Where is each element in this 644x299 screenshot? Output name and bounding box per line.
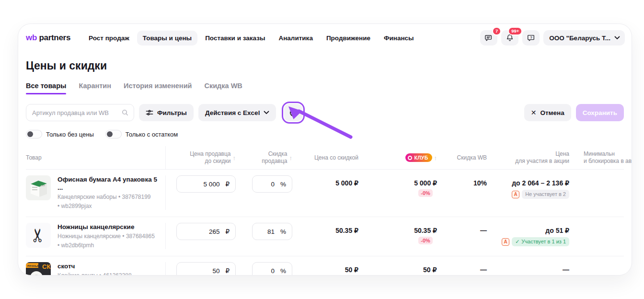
tab-bar: Все товары Карантин История изменений Ск… <box>26 82 624 95</box>
nav-item-promotion[interactable]: Продвижение <box>321 31 376 46</box>
product-title[interactable]: Офисная бумага А4 упаковка 5 ... <box>58 175 161 192</box>
header-discounted-price[interactable]: Цена со скидкой <box>292 154 358 161</box>
svg-text:СК: СК <box>42 263 50 270</box>
svg-text:✂: ✂ <box>28 228 48 243</box>
search-input[interactable] <box>32 109 121 116</box>
header-club-price[interactable]: КЛУБ ↑ <box>358 153 437 162</box>
nav-item-finances[interactable]: Финансы <box>378 31 420 46</box>
header-seller-price[interactable]: Цена продавца до скидки ↑ <box>166 150 236 165</box>
seller-discount-input[interactable]: 81% <box>252 223 292 240</box>
chat-badge: 7 <box>492 27 501 35</box>
wb-club-badge: КЛУБ <box>405 153 432 162</box>
promo-price-cell: до 51 ₽ А ✓ Участвует в 1 из 1 <box>487 227 569 246</box>
notifications-button[interactable]: 99+ <box>501 30 518 46</box>
tab-all-goods[interactable]: Все товары <box>26 82 66 94</box>
app-window: wb partners Рост продаж Товары и цены По… <box>18 24 632 275</box>
header-promo-price[interactable]: Цена для участия в акции <box>487 150 569 165</box>
currency-suffix: ₽ <box>225 180 230 188</box>
notifications-badge: 99+ <box>508 27 522 35</box>
product-category: Клейкие ленты • 461363388 <box>58 272 132 275</box>
logo-partners: partners <box>39 33 70 42</box>
club-price: 50.35 ₽ <box>414 227 437 234</box>
nav-item-sales-growth[interactable]: Рост продаж <box>83 31 135 46</box>
discounted-price: 50.35 ₽ <box>292 227 358 234</box>
prices-table: Товар Цена продавца до скидки ↑ Скидка п… <box>26 146 624 275</box>
product-article: • wb2899pjax <box>58 203 161 210</box>
account-selector[interactable]: ООО "Беларусь Т... <box>543 30 625 46</box>
tab-wb-discount[interactable]: Скидка WB <box>204 82 242 94</box>
product-cell[interactable]: Офисная бумага А4 упаковка 5 ... Канцеля… <box>26 175 166 210</box>
product-cell[interactable]: РАЧНЫЙ СК 3 скотч Клейкие ленты • 461363… <box>26 262 166 275</box>
header-min-price[interactable]: Минимальн и блокировка в авт <box>569 150 632 165</box>
auto-action-icon: А <box>502 238 509 246</box>
nav-item-supplies-orders[interactable]: Поставки и заказы <box>199 31 271 46</box>
header-wb-discount[interactable]: Скидка WB <box>437 154 487 161</box>
excel-actions-button[interactable]: Действия с Excel <box>198 104 276 121</box>
product-title[interactable]: скотч <box>58 262 132 270</box>
product-info: Офисная бумага А4 упаковка 5 ... Канцеля… <box>58 175 161 210</box>
top-bar-actions: 7 99+ ? ООО <box>480 30 625 46</box>
chevron-down-icon <box>264 111 269 115</box>
help-button[interactable]: ? <box>522 30 540 46</box>
main-nav: Рост продаж Товары и цены Поставки и зак… <box>83 31 420 46</box>
product-title[interactable]: Ножницы канцелярские <box>58 223 155 231</box>
product-image: ✂ <box>26 223 51 248</box>
toggle-with-stock[interactable]: Только с остатком <box>105 130 178 138</box>
currency-suffix: ₽ <box>225 228 230 235</box>
product-category: Канцелярские наборы • 387678199 <box>58 194 161 201</box>
promo-status-badge[interactable]: ✓ Участвует в 1 из 1 <box>512 237 569 246</box>
filters-label: Фильтры <box>157 109 187 116</box>
product-category: Ножницы канцелярские • 387684865 <box>58 233 155 240</box>
globe-button[interactable] <box>284 104 302 121</box>
filters-button[interactable]: Фильтры <box>139 104 194 121</box>
cancel-button[interactable]: ✕ Отмена <box>524 104 571 121</box>
seller-discount-input[interactable]: 0% <box>252 262 292 275</box>
table-row: Офисная бумага А4 упаковка 5 ... Канцеля… <box>26 169 624 217</box>
table-row: ✂ Ножницы канцелярские Ножницы канцелярс… <box>26 217 624 256</box>
promo-price: до 2 064 – 2 136 ₽ <box>512 179 569 187</box>
promo-price-cell: до 2 064 – 2 136 ₽ А Не участвует в 2 <box>487 179 569 199</box>
club-ring-icon <box>408 156 412 160</box>
tab-change-history[interactable]: История изменений <box>124 82 192 94</box>
table-header-row: Товар Цена продавца до скидки ↑ Скидка п… <box>26 146 624 169</box>
header-seller-discount[interactable]: Скидка продавца ↑ <box>236 150 292 165</box>
promo-status-badge[interactable]: Не участвует в 2 <box>522 190 569 199</box>
svg-text:?: ? <box>530 35 532 40</box>
toggle-switch[interactable] <box>105 130 122 138</box>
product-image: РАЧНЫЙ СК 3 <box>26 262 51 275</box>
search-box <box>26 104 134 121</box>
product-cell[interactable]: ✂ Ножницы канцелярские Ножницы канцелярс… <box>26 223 166 249</box>
discounted-price: 5 000 ₽ <box>292 179 358 187</box>
club-price: 50 ₽ <box>423 266 437 274</box>
toggle-with-stock-label: Только с остатком <box>126 131 178 138</box>
club-price-cell: 5 000 ₽ -0% <box>358 179 437 197</box>
header-product[interactable]: Товар <box>26 146 166 169</box>
account-label: ООО "Беларусь Т... <box>549 34 610 42</box>
help-icon: ? <box>527 34 535 42</box>
seller-price-input[interactable]: 50₽ <box>176 262 236 275</box>
chat-button[interactable]: 7 <box>480 30 497 46</box>
seller-price-input[interactable]: 5 000₽ <box>176 175 236 193</box>
seller-price-input[interactable]: 265₽ <box>176 223 236 240</box>
discounted-price: 50 ₽ <box>292 266 358 274</box>
club-price-cell: 50 ₽ -0% <box>358 266 437 275</box>
seller-price-cell: 50₽ <box>166 262 236 275</box>
percent-suffix: % <box>280 228 286 235</box>
toggle-no-price[interactable]: Только без цены <box>26 130 94 138</box>
promo-price-cell: — <box>487 266 569 274</box>
search-icon <box>121 109 129 116</box>
percent-suffix: % <box>280 181 286 188</box>
tab-quarantine[interactable]: Карантин <box>79 82 111 94</box>
chat-icon <box>484 34 493 42</box>
save-button[interactable]: Сохранить <box>576 104 624 121</box>
seller-discount-input[interactable]: 0% <box>252 175 292 193</box>
auto-action-icon: А <box>512 191 519 198</box>
top-bar: wb partners Рост продаж Товары и цены По… <box>18 24 632 47</box>
toggle-switch[interactable] <box>26 130 42 138</box>
nav-item-analytics[interactable]: Аналитика <box>273 31 318 46</box>
svg-text:РАЧНЫЙ: РАЧНЫЙ <box>27 264 40 267</box>
chevron-down-icon <box>614 36 620 40</box>
wb-partners-logo[interactable]: wb partners <box>26 33 70 43</box>
nav-item-goods-prices[interactable]: Товары и цены <box>137 31 197 46</box>
cancel-label: Отмена <box>540 109 564 116</box>
